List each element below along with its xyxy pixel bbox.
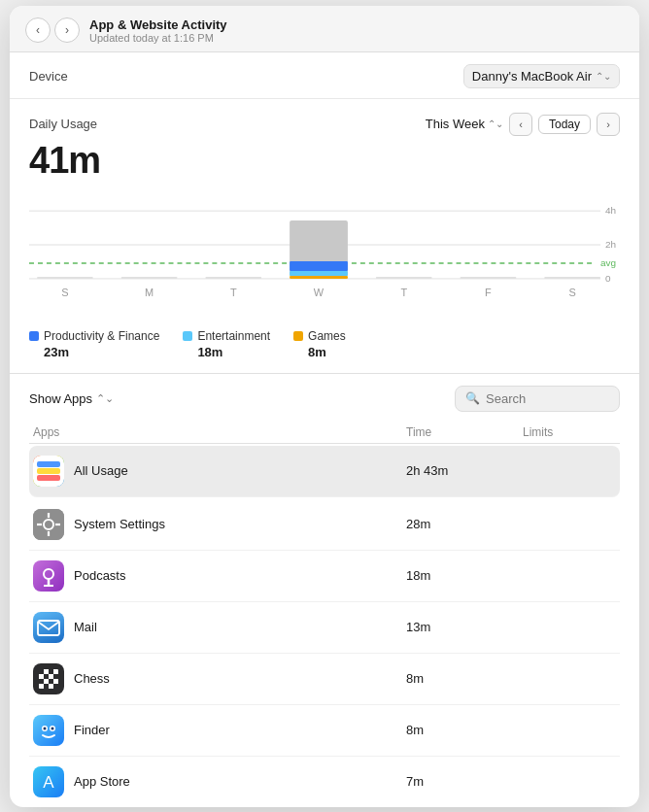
chart-container: 4h 2h 0 avg	[29, 191, 620, 318]
nav-buttons: ‹ ›	[25, 17, 80, 43]
app-cell-finder: Finder	[33, 715, 406, 746]
all-usage-layers-icon	[33, 456, 64, 487]
search-input[interactable]	[486, 391, 609, 406]
app-name-podcasts: Podcasts	[74, 568, 125, 583]
app-cell-system-settings: System Settings	[33, 509, 406, 540]
svg-text:2h: 2h	[605, 239, 616, 250]
device-label: Device	[29, 69, 68, 84]
window-title: App & Website Activity	[89, 17, 227, 32]
content-area: Device Danny's MacBook Air ⌃⌄ Daily Usag…	[10, 52, 639, 807]
svg-text:avg: avg	[600, 256, 616, 267]
svg-text:M: M	[145, 286, 154, 297]
apps-section: Show Apps ⌃⌄ 🔍 Apps Time Limits	[10, 373, 639, 807]
device-chevron-icon: ⌃⌄	[596, 71, 611, 82]
apps-table: All Usage 2h 43m	[29, 446, 620, 807]
legend-entertainment-time: 18m	[183, 345, 270, 359]
col-apps: Apps	[33, 425, 406, 439]
svg-rect-8	[37, 276, 93, 278]
svg-rect-10	[205, 276, 261, 278]
svg-rect-27	[37, 468, 60, 474]
app-name-mail: Mail	[74, 620, 97, 634]
window-subtitle: Updated today at 1:16 PM	[89, 32, 227, 44]
col-time: Time	[406, 425, 523, 439]
table-row[interactable]: Mail 13m	[29, 602, 620, 654]
table-row[interactable]: Podcasts 18m	[29, 551, 620, 602]
col-limits: Limits	[523, 425, 620, 439]
app-icon-podcasts	[33, 560, 64, 592]
today-button[interactable]: Today	[538, 115, 591, 134]
svg-rect-26	[37, 475, 60, 481]
legend-item-games: Games 8m	[293, 329, 346, 359]
app-time-system-settings: 28m	[406, 517, 523, 531]
legend-item-productivity: Productivity & Finance 23m	[29, 329, 159, 359]
app-name-system-settings: System Settings	[74, 517, 165, 531]
svg-text:F: F	[485, 286, 492, 297]
svg-rect-44	[49, 669, 53, 674]
svg-rect-9	[121, 276, 178, 278]
table-header: Apps Time Limits	[29, 422, 620, 444]
table-row[interactable]: System Settings 28m	[29, 499, 620, 551]
svg-rect-51	[33, 715, 64, 746]
svg-rect-50	[53, 684, 58, 689]
svg-text:S: S	[569, 286, 576, 297]
svg-point-54	[44, 727, 47, 729]
app-cell-all-usage: All Usage	[33, 456, 406, 487]
svg-point-55	[51, 727, 54, 729]
svg-rect-49	[44, 684, 49, 689]
device-selector[interactable]: Danny's MacBook Air ⌃⌄	[463, 64, 620, 88]
app-cell-podcasts: Podcasts	[33, 560, 406, 592]
app-icon-finder	[33, 715, 64, 746]
svg-rect-43	[39, 669, 44, 674]
svg-point-36	[44, 569, 53, 579]
productivity-color-swatch	[29, 331, 39, 341]
prev-week-button[interactable]: ‹	[509, 113, 532, 136]
legend-games-time: 8m	[293, 345, 346, 359]
svg-rect-45	[44, 674, 49, 679]
svg-rect-17	[544, 276, 600, 278]
table-row[interactable]: All Usage 2h 43m	[29, 446, 620, 497]
svg-text:S: S	[61, 286, 68, 297]
week-chevron-icon: ⌃⌄	[488, 118, 503, 129]
forward-button[interactable]: ›	[54, 17, 80, 43]
svg-rect-48	[49, 679, 53, 684]
app-name-chess: Chess	[74, 671, 110, 686]
table-row[interactable]: Chess 8m	[29, 654, 620, 705]
legend-item-entertainment: Entertainment 18m	[183, 329, 270, 359]
svg-rect-40	[38, 621, 59, 635]
apps-header: Show Apps ⌃⌄ 🔍	[29, 386, 620, 412]
show-apps-button[interactable]: Show Apps ⌃⌄	[29, 391, 114, 406]
search-box[interactable]: 🔍	[455, 386, 620, 412]
games-color-swatch	[293, 331, 303, 341]
chart-legend: Productivity & Finance 23m Entertainment…	[29, 321, 620, 373]
usage-title: Daily Usage	[29, 117, 97, 131]
title-block: App & Website Activity Updated today at …	[89, 17, 227, 44]
app-time-finder: 8m	[406, 723, 523, 737]
app-cell-chess: Chess	[33, 663, 406, 694]
app-name-all-usage: All Usage	[74, 463, 128, 478]
app-time-podcasts: 18m	[406, 568, 523, 583]
app-time-mail: 13m	[406, 620, 523, 634]
app-cell-appstore: A App Store	[33, 766, 406, 797]
table-row[interactable]: Finder 8m	[29, 705, 620, 757]
app-time-all-usage: 2h 43m	[406, 463, 523, 478]
week-period-label: This Week	[426, 117, 485, 131]
entertainment-color-swatch	[183, 331, 192, 341]
back-button[interactable]: ‹	[25, 17, 51, 43]
svg-rect-28	[37, 461, 60, 467]
device-row: Device Danny's MacBook Air ⌃⌄	[10, 52, 639, 99]
legend-productivity-name: Productivity & Finance	[44, 329, 159, 343]
svg-rect-13	[290, 270, 348, 275]
app-cell-mail: Mail	[33, 612, 406, 643]
table-row[interactable]: A App Store 7m	[29, 757, 620, 807]
next-week-button[interactable]: ›	[597, 113, 620, 136]
svg-rect-15	[376, 276, 432, 278]
app-name-appstore: App Store	[74, 774, 130, 789]
week-selector[interactable]: This Week ⌃⌄	[426, 117, 503, 131]
show-apps-chevron-icon: ⌃⌄	[96, 392, 114, 405]
svg-rect-35	[33, 560, 64, 592]
app-icon-appstore: A	[33, 766, 64, 797]
search-icon: 🔍	[465, 391, 480, 405]
app-icon-all-usage	[33, 456, 64, 487]
app-icon-chess	[33, 663, 64, 694]
app-icon-system-settings	[33, 509, 64, 540]
